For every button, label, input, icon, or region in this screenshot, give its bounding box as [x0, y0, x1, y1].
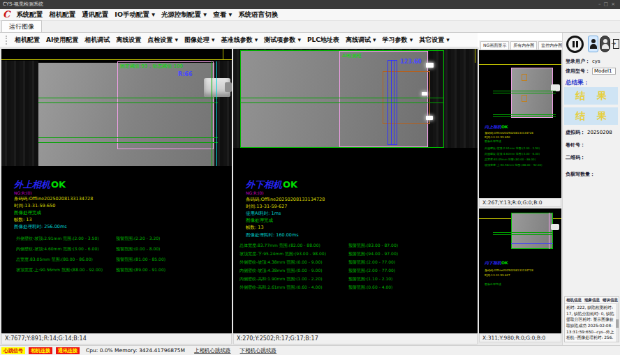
user-login-button[interactable] [588, 36, 598, 52]
tool-other-settings[interactable]: 其它设置 ▾ [419, 36, 450, 45]
preview-view-2[interactable]: 内下相机OK 条码码:Offline20250208133134728 时间:1… [479, 208, 561, 333]
tab-ng-display[interactable]: NG画面显示 [480, 41, 509, 50]
green-measure-line [493, 116, 556, 117]
user-icon [589, 38, 598, 50]
preview2-title: 内下相机OK [485, 260, 508, 266]
window-titlebar: CYS-视觉检测系统 [0, 0, 620, 9]
green-measure-line [38, 137, 218, 138]
log-scrollbar[interactable] [616, 303, 619, 342]
tab-monitor-memory-images[interactable]: 监控内存图 [538, 41, 565, 50]
left-ng-line: NG:R:(0) [14, 190, 32, 195]
menu-system-config[interactable]: 系统配置 [16, 10, 43, 20]
log-box[interactable]: 相机信息 现象信息 错误信息 耗时: 222, 缺陷检测耗时: 17, 缺陷分割… [564, 296, 619, 342]
connector-object [551, 224, 559, 230]
green-measure-line [493, 232, 553, 233]
measure-overlay-value: 123.60 [400, 59, 422, 65]
green-vertical-line [212, 61, 212, 166]
tool-plc-address-table[interactable]: PLC地址表 [307, 36, 339, 45]
threshold-overlay-text: 固定阈值:93，动态阈值:100 [120, 63, 183, 70]
log-text: 耗时: 222, 缺陷检测耗时: 17, 缺陷分割耗时: 0, 缺陷提取分区耗时… [565, 304, 619, 342]
left-image-dark-region [1, 61, 38, 166]
mid-time-line: 时间:13-31-59-627 [246, 204, 287, 210]
left-camera-view[interactable]: 固定阈值:93，动态阈值:100 R:66 外上相机OK NG:R:(0) 条码… [1, 49, 232, 333]
mid-camera-status: OK [283, 179, 297, 190]
tab-all-memory-images[interactable]: 所有内存图 [510, 41, 537, 50]
mid-camera-view[interactable]: AI检测框 123.60 外下相机OK NG:R:(0) 条码码:Offline… [233, 49, 478, 333]
preview2-barcode: 条码码:Offline20250208133134728 [485, 268, 533, 272]
tool-test-item-params[interactable]: 测试项参数 ▾ [264, 36, 301, 45]
tool-offline-setting[interactable]: 离线设置 [116, 36, 141, 45]
measurement-row: 外侧壁纹-坡顶:2.91mm 范围:(2.00 - 3.50) [485, 146, 560, 150]
left-camera-status: OK [51, 179, 66, 190]
log-tab-camera-info[interactable]: 相机信息 [566, 298, 582, 303]
green-measure-line [38, 142, 218, 143]
green-measure-line [241, 98, 443, 98]
left-process-done: 图像处理完成 [14, 210, 41, 216]
maximize-button[interactable]: □ [604, 1, 612, 7]
menu-light-control-config[interactable]: 光源控制配置 ▾ [161, 10, 207, 20]
tool-offline-debug[interactable]: 离线调试 ▾ [346, 36, 376, 45]
log-scrollbar-thumb[interactable] [616, 319, 619, 328]
preview2-pixel-coords-bar: X:311;Y:980;R:0;G:0;B:0 [479, 333, 561, 342]
toolbar: 相机配置 AI使用配置 相机调试 离线设置 点检设置 ▾ 图像处理 ▾ 基准线参… [0, 33, 478, 47]
tool-ai-use-config[interactable]: AI使用配置 [46, 36, 78, 45]
left-pixel-coords-bar: X:7677;Y:891;R:14;G:14;B:14 [1, 333, 232, 344]
measurement-row: 内侧壁纹-高和:1.90mm 范围:(1.00 - 2.20)预警范围:(1.1… [239, 276, 475, 282]
preview2-time: 时间:13-31-59-627 [485, 273, 510, 277]
tab-run-image[interactable]: 运行图像 [1, 20, 42, 32]
window-title: CYS-视觉检测系统 [3, 1, 43, 7]
left-time-line: 时间:13-31-59-650 [14, 203, 55, 209]
pause-button[interactable] [565, 34, 584, 54]
mid-process-done: 图像处理完成 [246, 218, 273, 224]
menu-camera-config[interactable]: 相机配置 [49, 10, 75, 20]
tool-image-processing[interactable]: 图像处理 ▾ [184, 36, 215, 45]
left-elapsed-time: 图像处理耗时: 256.00ms [14, 224, 67, 230]
measurement-row: 坡顶宽度-下:95.24mm 范围:(93.00 - 98.00)预警范围:(9… [239, 251, 475, 257]
tool-spot-check-setting[interactable]: 点检设置 ▾ [147, 36, 178, 45]
model-input[interactable]: Model1 [592, 68, 616, 75]
preview2-process-done: 图像处理完成 [485, 282, 501, 286]
measurement-row: 坡顶宽度-上:90.56mm 范围:(88.00 - 92.00)预警范围:(8… [16, 267, 229, 273]
app-window: CYS-视觉检测系统 –□× C 系统配置 相机配置 通讯配置 IO手动配置 ▾… [0, 0, 620, 364]
measurement-row: 总宽度:83.05mm 范围:(80.00 - 86.00)预警范围:(81.0… [16, 257, 229, 263]
user-switch-button[interactable] [600, 36, 610, 52]
close-button[interactable]: × [611, 1, 618, 7]
virtual-code-row: 虚拟码：20250208 [566, 129, 612, 136]
cyan-vertical-line [216, 61, 217, 166]
menu-language-switch[interactable]: 系统语言切换 [238, 10, 278, 20]
preview-view-1[interactable]: 内上相机OK 条码码:Offline20250208133134728 时间:1… [479, 50, 561, 198]
specular-glint [422, 92, 427, 96]
tool-camera-debug[interactable]: 相机调试 [84, 36, 110, 45]
lower-camera-heartbeat-link[interactable]: 下相机心跳线路 [240, 347, 277, 354]
result-box-2: 结 果 [564, 107, 618, 125]
menu-view[interactable]: 查看 ▾ [213, 10, 232, 20]
minimize-button[interactable]: – [598, 1, 604, 7]
tool-baseline-params[interactable]: 基准线参数 ▾ [221, 36, 258, 45]
pause-icon [566, 36, 584, 53]
model-row: 使用型号：Model1 [566, 68, 616, 75]
connector-object-tip [225, 82, 232, 92]
control-panel: → 登录用户：cys 使用型号：Model1 总结果： 结 果 结 果 虚拟码：… [562, 33, 620, 345]
roi-box-orange [522, 74, 527, 81]
menu-comm-config[interactable]: 通讯配置 [82, 10, 108, 20]
preview1-pixel-coords-bar: X:267;Y:13;R:0;G:0;B:0 [479, 198, 561, 207]
cpu-memory-status: Cpu: 0.0% Memory: 3424.41796875M [86, 347, 185, 354]
heartbeat-badge: 心跳信号 [1, 347, 25, 354]
measurement-row: 内侧壁纹-坡顶:4.38mm 范围:(0.00 - 9.00)预警范围:(2.0… [239, 268, 475, 274]
upper-camera-heartbeat-link[interactable]: 上相机心跳线路 [194, 347, 231, 354]
measurement-row: 外侧壁纹-坡顶:2.91mm 范围:(2.00 - 3.50)预警范围:(2.2… [16, 236, 229, 242]
tool-learning-params[interactable]: 学习参数 ▾ [383, 36, 413, 45]
measurement-row: 内侧壁纹-坡顶:4.60mm 范围:(3.00 - 6.00)预警范围:(0.0… [16, 246, 229, 252]
log-tab-phenomenon-info[interactable]: 现象信息 [584, 298, 600, 303]
mid-ai-elapsed: 使用AI耗时: 1ms [246, 211, 281, 217]
mid-ng-line: NG:R:(0) [246, 190, 264, 195]
measurement-row: 内侧壁纹-坡顶:4.60mm 范围:(3.00 - 6.00) [485, 152, 560, 156]
virtual-code-value: 20250208 [587, 130, 612, 135]
exit-button[interactable]: → [612, 36, 620, 52]
measurement-row: 坡顶宽度-上:90.56mm 范围:(88.00 - 92.00) [485, 163, 560, 167]
menu-io-manual-config[interactable]: IO手动配置 ▾ [115, 10, 155, 20]
tool-camera-config[interactable]: 相机配置 [15, 36, 40, 45]
log-tab-error-info[interactable]: 错误信息 [603, 298, 618, 303]
needle-number-row: 卷针号： [566, 142, 585, 149]
app-logo-icon: C [3, 10, 10, 20]
